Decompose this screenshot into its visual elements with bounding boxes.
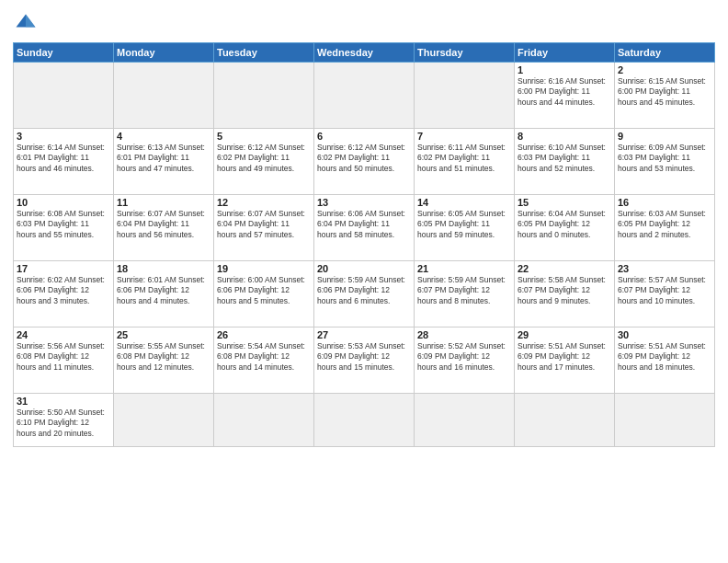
calendar-cell <box>314 394 415 447</box>
calendar-cell <box>214 394 314 447</box>
day-info: Sunrise: 5:51 AM Sunset: 6:09 PM Dayligh… <box>518 341 611 373</box>
calendar-cell: 5Sunrise: 6:12 AM Sunset: 6:02 PM Daylig… <box>214 129 314 195</box>
calendar-cell: 7Sunrise: 6:11 AM Sunset: 6:02 PM Daylig… <box>415 129 515 195</box>
day-number: 16 <box>618 197 711 208</box>
day-info: Sunrise: 5:59 AM Sunset: 6:06 PM Dayligh… <box>317 275 411 306</box>
day-number: 10 <box>17 197 110 208</box>
calendar-cell: 12Sunrise: 6:07 AM Sunset: 6:04 PM Dayli… <box>214 195 314 261</box>
calendar-cell: 11Sunrise: 6:07 AM Sunset: 6:04 PM Dayli… <box>114 195 214 261</box>
weekday-header-friday: Friday <box>515 43 615 63</box>
week-row-2: 10Sunrise: 6:08 AM Sunset: 6:03 PM Dayli… <box>14 195 715 261</box>
day-info: Sunrise: 5:55 AM Sunset: 6:08 PM Dayligh… <box>117 341 210 373</box>
day-info: Sunrise: 6:04 AM Sunset: 6:05 PM Dayligh… <box>518 209 611 240</box>
day-info: Sunrise: 6:06 AM Sunset: 6:04 PM Dayligh… <box>317 209 411 240</box>
logo <box>13 9 42 35</box>
day-number: 19 <box>217 263 311 274</box>
day-info: Sunrise: 6:12 AM Sunset: 6:02 PM Dayligh… <box>317 143 411 174</box>
day-info: Sunrise: 5:54 AM Sunset: 6:08 PM Dayligh… <box>217 341 311 373</box>
day-number: 23 <box>618 263 711 274</box>
calendar-cell <box>615 394 715 447</box>
day-number: 26 <box>217 329 311 340</box>
day-info: Sunrise: 6:15 AM Sunset: 6:00 PM Dayligh… <box>618 76 711 108</box>
day-number: 31 <box>17 396 110 407</box>
day-info: Sunrise: 5:53 AM Sunset: 6:09 PM Dayligh… <box>317 341 411 373</box>
calendar-cell: 17Sunrise: 6:02 AM Sunset: 6:06 PM Dayli… <box>14 261 114 327</box>
calendar-cell: 2Sunrise: 6:15 AM Sunset: 6:00 PM Daylig… <box>615 63 715 129</box>
calendar-cell: 14Sunrise: 6:05 AM Sunset: 6:05 PM Dayli… <box>415 195 515 261</box>
day-info: Sunrise: 6:00 AM Sunset: 6:06 PM Dayligh… <box>217 275 311 306</box>
day-number: 29 <box>518 329 611 340</box>
calendar-cell <box>14 63 114 129</box>
day-info: Sunrise: 6:03 AM Sunset: 6:05 PM Dayligh… <box>618 209 711 240</box>
day-number: 27 <box>317 329 411 340</box>
day-number: 7 <box>417 131 511 142</box>
day-info: Sunrise: 6:02 AM Sunset: 6:06 PM Dayligh… <box>17 275 110 306</box>
day-number: 20 <box>317 263 411 274</box>
calendar-cell: 31Sunrise: 5:50 AM Sunset: 6:10 PM Dayli… <box>14 394 114 447</box>
week-row-5: 31Sunrise: 5:50 AM Sunset: 6:10 PM Dayli… <box>14 394 715 447</box>
day-info: Sunrise: 6:14 AM Sunset: 6:01 PM Dayligh… <box>17 143 110 174</box>
calendar-cell: 10Sunrise: 6:08 AM Sunset: 6:03 PM Dayli… <box>14 195 114 261</box>
day-info: Sunrise: 6:01 AM Sunset: 6:06 PM Dayligh… <box>117 275 210 306</box>
weekday-header-monday: Monday <box>114 43 214 63</box>
calendar-cell: 27Sunrise: 5:53 AM Sunset: 6:09 PM Dayli… <box>314 327 415 394</box>
day-number: 28 <box>417 329 511 340</box>
week-row-1: 3Sunrise: 6:14 AM Sunset: 6:01 PM Daylig… <box>14 129 715 195</box>
calendar-cell: 16Sunrise: 6:03 AM Sunset: 6:05 PM Dayli… <box>615 195 715 261</box>
day-number: 1 <box>518 64 611 75</box>
calendar-cell: 13Sunrise: 6:06 AM Sunset: 6:04 PM Dayli… <box>314 195 415 261</box>
day-number: 24 <box>17 329 110 340</box>
weekday-header-row: SundayMondayTuesdayWednesdayThursdayFrid… <box>14 43 715 63</box>
day-info: Sunrise: 5:57 AM Sunset: 6:07 PM Dayligh… <box>618 275 711 306</box>
day-info: Sunrise: 6:11 AM Sunset: 6:02 PM Dayligh… <box>417 143 511 174</box>
header <box>13 9 715 35</box>
calendar-table: SundayMondayTuesdayWednesdayThursdayFrid… <box>13 42 715 447</box>
weekday-header-wednesday: Wednesday <box>314 43 415 63</box>
day-info: Sunrise: 6:09 AM Sunset: 6:03 PM Dayligh… <box>618 143 711 174</box>
calendar-cell: 21Sunrise: 5:59 AM Sunset: 6:07 PM Dayli… <box>415 261 515 327</box>
calendar-cell: 25Sunrise: 5:55 AM Sunset: 6:08 PM Dayli… <box>114 327 214 394</box>
calendar-cell <box>515 394 615 447</box>
calendar-cell: 8Sunrise: 6:10 AM Sunset: 6:03 PM Daylig… <box>515 129 615 195</box>
week-row-3: 17Sunrise: 6:02 AM Sunset: 6:06 PM Dayli… <box>14 261 715 327</box>
calendar-page: SundayMondayTuesdayWednesdayThursdayFrid… <box>0 0 728 563</box>
calendar-cell: 26Sunrise: 5:54 AM Sunset: 6:08 PM Dayli… <box>214 327 314 394</box>
calendar-cell <box>114 394 214 447</box>
calendar-cell <box>415 394 515 447</box>
logo-icon <box>13 9 39 35</box>
calendar-cell: 20Sunrise: 5:59 AM Sunset: 6:06 PM Dayli… <box>314 261 415 327</box>
calendar-cell: 30Sunrise: 5:51 AM Sunset: 6:09 PM Dayli… <box>615 327 715 394</box>
day-number: 6 <box>317 131 411 142</box>
day-number: 3 <box>17 131 110 142</box>
day-number: 25 <box>117 329 210 340</box>
calendar-cell: 29Sunrise: 5:51 AM Sunset: 6:09 PM Dayli… <box>515 327 615 394</box>
day-info: Sunrise: 6:10 AM Sunset: 6:03 PM Dayligh… <box>518 143 611 174</box>
calendar-cell: 6Sunrise: 6:12 AM Sunset: 6:02 PM Daylig… <box>314 129 415 195</box>
weekday-header-tuesday: Tuesday <box>214 43 314 63</box>
calendar-cell: 24Sunrise: 5:56 AM Sunset: 6:08 PM Dayli… <box>14 327 114 394</box>
day-number: 11 <box>117 197 210 208</box>
calendar-cell: 3Sunrise: 6:14 AM Sunset: 6:01 PM Daylig… <box>14 129 114 195</box>
day-number: 14 <box>417 197 511 208</box>
day-info: Sunrise: 5:59 AM Sunset: 6:07 PM Dayligh… <box>417 275 511 306</box>
calendar-cell: 4Sunrise: 6:13 AM Sunset: 6:01 PM Daylig… <box>114 129 214 195</box>
day-number: 8 <box>518 131 611 142</box>
calendar-cell: 23Sunrise: 5:57 AM Sunset: 6:07 PM Dayli… <box>615 261 715 327</box>
day-info: Sunrise: 6:07 AM Sunset: 6:04 PM Dayligh… <box>217 209 311 240</box>
day-number: 21 <box>417 263 511 274</box>
week-row-0: 1Sunrise: 6:16 AM Sunset: 6:00 PM Daylig… <box>14 63 715 129</box>
day-number: 30 <box>618 329 711 340</box>
day-number: 9 <box>618 131 711 142</box>
calendar-cell: 19Sunrise: 6:00 AM Sunset: 6:06 PM Dayli… <box>214 261 314 327</box>
weekday-header-saturday: Saturday <box>615 43 715 63</box>
calendar-cell: 28Sunrise: 5:52 AM Sunset: 6:09 PM Dayli… <box>415 327 515 394</box>
day-info: Sunrise: 5:50 AM Sunset: 6:10 PM Dayligh… <box>17 408 110 439</box>
calendar-cell <box>415 63 515 129</box>
calendar-cell <box>314 63 415 129</box>
day-info: Sunrise: 6:08 AM Sunset: 6:03 PM Dayligh… <box>17 209 110 240</box>
day-number: 15 <box>518 197 611 208</box>
day-number: 13 <box>317 197 411 208</box>
week-row-4: 24Sunrise: 5:56 AM Sunset: 6:08 PM Dayli… <box>14 327 715 394</box>
calendar-cell: 22Sunrise: 5:58 AM Sunset: 6:07 PM Dayli… <box>515 261 615 327</box>
day-number: 2 <box>618 64 711 75</box>
